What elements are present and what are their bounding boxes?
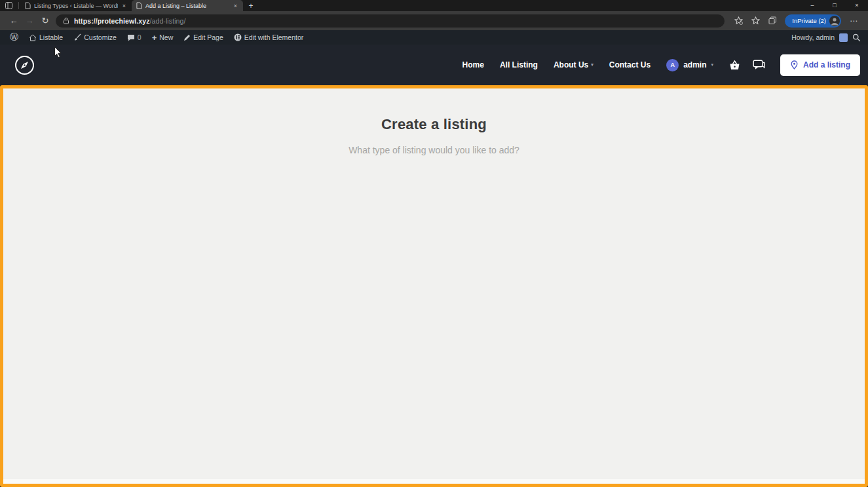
lock-icon [63,17,69,24]
chevron-down-icon: ▾ [591,62,594,68]
pencil-icon [183,34,191,41]
settings-more-button[interactable]: ⋯ [845,16,862,26]
tab-add-a-listing[interactable]: Add a Listing – Listable × [132,0,243,11]
howdy-label[interactable]: Howdy, admin [791,33,835,41]
tab-title: Add a Listing – Listable [145,3,229,9]
elementor-icon [234,33,242,41]
tab-actions-icon [5,2,12,9]
cart-button[interactable] [728,60,741,71]
chevron-down-icon: ▾ [711,62,713,68]
tab-strip: Listing Types ‹ Listable — WordP × Add a… [0,0,868,11]
url-path: /add-listing/ [149,17,185,25]
back-button[interactable]: ← [6,16,22,26]
favorites-button[interactable] [747,16,764,25]
elementor-label: Edit with Elementor [244,33,303,41]
new-label: New [159,33,173,41]
page-favicon-icon [25,2,31,9]
admin-bar-elementor[interactable]: Edit with Elementor [229,30,309,45]
user-avatar: A [666,59,679,71]
nav-label: All Listing [500,60,538,69]
admin-bar-customize[interactable]: Customize [68,30,122,45]
nav-label: Home [462,60,484,69]
plus-icon: + [152,33,157,43]
wp-admin-bar: Ⓦ Listable Customize 0 + New Edit Page E… [0,30,868,45]
customize-label: Customize [84,33,117,41]
nav-contact-us[interactable]: Contact Us [609,60,651,69]
comment-count: 0 [138,33,142,41]
admin-bar-edit-page[interactable]: Edit Page [178,30,229,45]
tab-title: Listing Types ‹ Listable — WordP [34,3,118,9]
wp-logo-menu[interactable]: Ⓦ [5,30,24,45]
user-menu[interactable]: A admin ▾ [666,59,713,71]
inprivate-badge[interactable]: InPrivate (2) [785,14,841,28]
chat-icon [753,60,765,70]
close-tab-icon[interactable]: × [121,3,127,9]
refresh-button[interactable]: ↻ [37,16,53,26]
address-bar[interactable]: https://protechiewl.xyz/add-listing/ [56,14,725,28]
add-listing-button[interactable]: Add a listing [780,54,860,76]
favorites-icon [751,16,760,25]
wordpress-logo-icon: Ⓦ [10,31,18,43]
maximize-button[interactable]: □ [823,0,846,11]
inprivate-label: InPrivate (2) [792,17,826,24]
collections-button[interactable] [764,16,781,25]
url-text: https://protechiewl.xyz/add-listing/ [74,17,185,25]
forward-button[interactable]: → [22,16,37,26]
site-header: Home All Listing About Us▾ Contact Us A … [0,45,868,85]
admin-bar-new[interactable]: + New [147,30,179,45]
titlebar-drag-area [259,0,801,11]
favorite-add-icon [734,16,743,25]
house-icon [29,34,37,41]
new-tab-button[interactable]: + [243,0,259,11]
nav-label: Contact Us [609,60,651,69]
url-host: https://protechiewl.xyz [74,17,149,25]
admin-bar-site-name[interactable]: Listable [24,30,68,45]
search-icon[interactable] [852,33,861,42]
browser-window: Listing Types ‹ Listable — WordP × Add a… [0,0,868,487]
content-bottom-strip [3,479,865,484]
tab-actions-menu-button[interactable] [0,0,17,11]
tab-listing-types[interactable]: Listing Types ‹ Listable — WordP × [20,0,132,11]
site-logo[interactable] [14,55,35,75]
comment-bubble-icon [127,34,135,41]
browser-toolbar: ← → ↻ https://protechiewl.xyz/add-listin… [0,11,868,30]
edit-page-label: Edit Page [193,33,223,41]
tab-divider [18,2,19,9]
user-name: admin [683,60,706,69]
admin-avatar[interactable] [839,33,848,42]
compass-logo-icon [14,55,35,75]
main-nav: Home All Listing About Us▾ Contact Us A … [462,54,860,76]
page-title: Create a listing [3,116,865,133]
close-tab-icon[interactable]: × [233,3,238,9]
nav-home[interactable]: Home [462,60,484,69]
favorite-add-button[interactable] [730,16,747,25]
brush-icon [73,33,81,41]
profile-avatar-icon [829,16,840,26]
admin-bar-right: Howdy, admin [791,33,863,42]
add-listing-label: Add a listing [803,60,850,69]
admin-bar-comments[interactable]: 0 [122,30,147,45]
minimize-button[interactable]: – [801,0,823,11]
location-pin-icon [790,60,799,69]
window-controls: – □ × [801,0,868,11]
nav-about-us[interactable]: About Us▾ [554,60,594,69]
nav-label: About Us [554,60,588,69]
page-favicon-icon [136,2,142,9]
page-content: Create a listing What type of listing wo… [0,85,868,487]
site-name-label: Listable [39,33,63,41]
collections-icon [768,16,777,25]
nav-all-listing[interactable]: All Listing [500,60,538,69]
messages-button[interactable] [753,60,765,70]
basket-icon [728,60,741,71]
page-subtitle: What type of listing would you like to a… [3,145,865,155]
close-button[interactable]: × [846,0,868,11]
